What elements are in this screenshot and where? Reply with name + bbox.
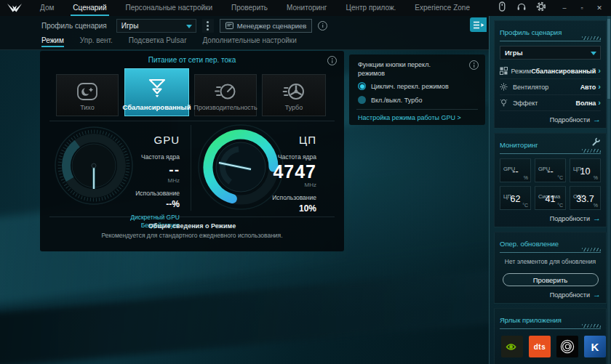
arrow-right-icon: → [593, 116, 601, 124]
tile-system-temp: Система 41 °C [535, 186, 566, 210]
manager-window-icon [225, 22, 233, 30]
profile-details-link[interactable]: Подробности → [500, 116, 601, 124]
dts-app-icon[interactable]: dts [529, 336, 551, 357]
sidebar-section-update: Опер. обновление Нет элементов для обнов… [494, 232, 607, 304]
nav-item-monitoring[interactable]: Мониторинг [287, 0, 327, 16]
mode-button-performance[interactable]: Производительность [194, 74, 257, 116]
divider [49, 121, 335, 121]
details-label: Подробности [550, 215, 590, 222]
predator-logo-icon [7, 3, 23, 13]
sidebar-toggle-button[interactable] [470, 17, 487, 32]
chevron-right-icon: › [598, 67, 601, 75]
gpu-freq-value: -- [117, 163, 180, 177]
row-label: Режим [511, 68, 531, 75]
title-bar: Дом Сценарий Персональные настройки Пров… [0, 0, 611, 16]
speedometer-icon [212, 80, 239, 105]
section-header: Профиль сценария [500, 25, 601, 41]
scenario-profile-select[interactable]: Игры [116, 19, 196, 33]
gpu-freq-label: Частота ядра [117, 153, 180, 161]
nav-item-experience-zone[interactable]: Experience Zone [415, 0, 470, 16]
profile-section-title: Профиль сценария [500, 28, 562, 36]
gpu-mode-settings-link[interactable]: Настройка режима работы GPU > [358, 114, 461, 121]
mode-panel: Питание от сети пер. тока Тихо Сбалансир… [40, 51, 344, 251]
tab-fan-control[interactable]: Упр. вент. [80, 36, 113, 47]
info-icon[interactable] [469, 60, 479, 70]
row-value: Сбалансированный [531, 68, 596, 75]
gpu-usage-value: --% [117, 199, 180, 209]
gear-icon[interactable] [536, 1, 546, 15]
mode-button-turbo[interactable]: Турбо [262, 74, 326, 116]
nav-item-check[interactable]: Проверить [231, 0, 268, 16]
tab-pulsar-lighting[interactable]: Подсветка Pulsar [129, 36, 187, 47]
scenario-manager-label: Менеджер сценариев [237, 22, 307, 30]
sidebar-scrollbar[interactable] [607, 16, 610, 364]
cpu-usage-label: Использование [254, 194, 316, 201]
divider [49, 217, 335, 217]
monitoring-tiles: GPU -- % GPU -- °C ЦП 10 % ЦП 62 °C [500, 158, 601, 210]
divider [191, 125, 191, 211]
turbo-fan-icon [281, 80, 307, 105]
vertical-dots-icon [207, 25, 209, 27]
profile-row-fan[interactable]: Вентилятор Авто › [500, 79, 601, 95]
arrow-right-icon: → [593, 214, 601, 222]
profile-row-effect[interactable]: Эффект Волна › [500, 95, 601, 111]
wrench-icon[interactable] [591, 136, 600, 149]
killer-app-icon[interactable]: K [584, 336, 606, 357]
spiral-app-icon[interactable] [556, 336, 578, 357]
sidebar-profile-select[interactable]: Игры [500, 46, 601, 60]
mode-button-balanced[interactable]: Сбалансированный [124, 68, 189, 116]
minimize-button[interactable]: – [556, 0, 573, 16]
tile-ram-usage: ОЗУ 33.7 % [570, 186, 601, 210]
scenario-manager-button[interactable]: Менеджер сценариев [220, 19, 313, 33]
radio-unselected-icon [358, 96, 366, 104]
check-updates-button[interactable]: Проверить [503, 273, 599, 286]
hatch-decoration [582, 149, 601, 153]
nav-item-app-center[interactable]: Центр прилож. [346, 0, 396, 16]
switch-function-panel: Функции кнопки перекл. режимов Циклич. п… [349, 54, 485, 125]
predator-sense-window: Дом Сценарий Персональные настройки Пров… [0, 0, 611, 364]
radio-turbo-toggle[interactable]: Вкл./выкл. Турбо [358, 96, 422, 104]
hatch-decoration [582, 36, 601, 40]
hatch-decoration [582, 324, 601, 328]
nav-item-personal-settings[interactable]: Персональные настройки [126, 0, 213, 16]
nav-item-scenario[interactable]: Сценарий [73, 0, 106, 16]
restore-button[interactable]: ▫ [573, 0, 591, 16]
gpu-stats: GPU Частота ядра -- MHz Использование --… [117, 134, 180, 230]
divider [356, 109, 478, 110]
gpu-freq-unit: MHz [117, 177, 180, 184]
arrow-right-icon: → [593, 291, 601, 299]
mouse-icon[interactable] [497, 1, 507, 15]
section-header: Опер. обновление [500, 236, 601, 253]
nvidia-app-icon[interactable] [501, 336, 523, 357]
more-options-button[interactable] [202, 19, 214, 33]
mode-summary-text: Рекомендуется для стандартного ежедневно… [40, 232, 344, 239]
tile-unit: % [594, 175, 598, 180]
titlebar-icons: – ▫ ✕ [497, 0, 608, 16]
radio-cycle-modes[interactable]: Циклич. перекл. режимов [358, 82, 449, 90]
app-shortcuts: dts K [500, 333, 601, 359]
mode-button-quiet[interactable]: Тихо [56, 74, 119, 116]
tile-unit: % [594, 203, 598, 208]
killer-label: K [591, 341, 599, 353]
tile-cpu-usage: ЦП 10 % [570, 158, 601, 182]
mode-grid-icon [500, 67, 508, 75]
mode-label: Турбо [285, 104, 303, 111]
update-section-title: Опер. обновление [500, 240, 559, 248]
info-icon[interactable] [318, 21, 327, 31]
section-header: Мониторинг [500, 137, 601, 154]
cpu-usage-value: 10% [254, 203, 316, 214]
profile-row-mode[interactable]: Режим Сбалансированный › [500, 63, 601, 79]
nav-item-home[interactable]: Дом [40, 0, 54, 16]
monitoring-details-link[interactable]: Подробности → [500, 214, 601, 222]
bulb-icon [500, 99, 510, 108]
tile-cpu-temp: ЦП 62 °C [500, 186, 531, 210]
update-details-link[interactable]: Подробности → [500, 291, 601, 299]
close-button[interactable]: ✕ [591, 0, 608, 16]
tab-advanced-settings[interactable]: Дополнительные настройки [202, 36, 296, 47]
headset-icon[interactable] [516, 1, 527, 15]
update-empty-text: Нет элементов для обновления [500, 258, 601, 265]
cpu-freq-value: 4747 [254, 163, 316, 181]
tab-mode[interactable]: Режим [41, 36, 64, 47]
info-icon[interactable] [327, 56, 337, 65]
tile-unit: °C [522, 203, 528, 208]
